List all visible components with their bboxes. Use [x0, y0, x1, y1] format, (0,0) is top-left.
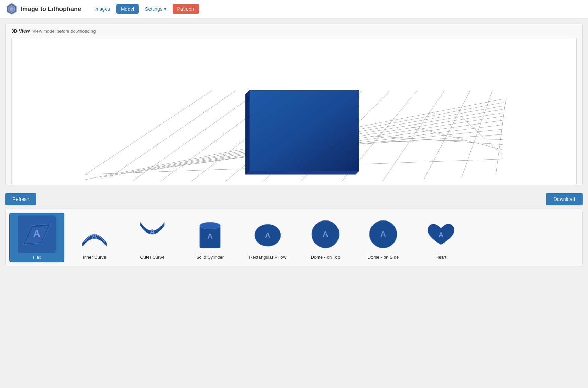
nav-images[interactable]: Images	[89, 4, 115, 14]
shape-dome-on-top[interactable]: A Dome - on Top	[298, 213, 353, 262]
view-title-text: 3D View	[11, 28, 30, 34]
shape-outer-curve-label: Outer Curve	[140, 255, 165, 260]
svg-text:A: A	[92, 232, 97, 240]
shape-dome-on-side-icon: A	[364, 215, 402, 253]
refresh-button[interactable]: Refresh	[5, 193, 36, 205]
navbar: Image to Lithophane Images Model Setting…	[0, 0, 588, 18]
shape-rectangular-pillow[interactable]: A Rectangular Pillow	[240, 213, 295, 262]
nav-links: Images Model Settings ▾ Patreon	[89, 4, 199, 14]
svg-text:A: A	[33, 228, 40, 239]
nav-patreon[interactable]: Patreon	[173, 4, 199, 14]
shape-dome-on-side-label: Dome - on Side	[368, 255, 399, 260]
dropdown-arrow-icon: ▾	[164, 6, 166, 12]
svg-text:A: A	[265, 231, 270, 239]
brand-icon	[5, 3, 18, 15]
view-section: 3D View View model before downloading	[5, 24, 583, 185]
svg-marker-34	[245, 171, 359, 174]
shape-heart[interactable]: A Heart	[413, 213, 468, 262]
shape-outer-curve[interactable]: A Outer Curve	[125, 213, 180, 262]
view-subtitle-text: View model before downloading	[32, 29, 96, 34]
svg-text:A: A	[380, 230, 386, 238]
shape-rectangular-pillow-icon: A	[249, 215, 287, 253]
nav-model[interactable]: Model	[116, 4, 139, 14]
svg-marker-33	[245, 90, 249, 174]
svg-marker-32	[249, 90, 359, 171]
shape-inner-curve[interactable]: A Inner Curve	[67, 213, 122, 262]
svg-text:A: A	[323, 230, 328, 238]
main-content: 3D View View model before downloading	[0, 18, 588, 272]
nav-settings[interactable]: Settings ▾	[140, 4, 171, 14]
shape-dome-on-side[interactable]: A Dome - on Side	[356, 213, 411, 262]
svg-point-45	[200, 222, 220, 229]
shapes-scroll: A Flat A Inner Curve	[9, 213, 579, 262]
svg-text:A: A	[207, 232, 213, 240]
svg-text:A: A	[149, 227, 155, 236]
brand-logo[interactable]: Image to Lithophane	[5, 3, 81, 15]
shape-solid-cylinder[interactable]: A Solid Cylinder	[182, 213, 237, 262]
shape-solid-cylinder-icon: A	[191, 215, 229, 253]
shape-rectangular-pillow-label: Rectangular Pillow	[249, 255, 286, 260]
view-title: 3D View View model before downloading	[11, 28, 577, 34]
shape-solid-cylinder-label: Solid Cylinder	[196, 255, 224, 260]
shape-dome-on-top-icon: A	[307, 215, 344, 253]
bottom-bar: Refresh Download	[5, 190, 583, 209]
svg-text:A: A	[439, 231, 443, 238]
canvas-area[interactable]	[11, 37, 577, 185]
shape-dome-on-top-label: Dome - on Top	[311, 255, 340, 260]
download-button[interactable]: Download	[546, 193, 583, 205]
shape-inner-curve-label: Inner Curve	[83, 255, 106, 260]
shape-flat-label: Flat	[33, 255, 41, 260]
shape-heart-icon: A	[422, 215, 460, 253]
shape-flat-icon: A	[18, 215, 56, 253]
3d-model-svg	[12, 37, 576, 185]
shape-inner-curve-icon: A	[76, 215, 113, 253]
shape-heart-label: Heart	[435, 255, 446, 260]
shape-flat[interactable]: A Flat	[9, 213, 64, 262]
shape-outer-curve-icon: A	[133, 215, 171, 253]
brand-name: Image to Lithophane	[21, 6, 81, 13]
shapes-container[interactable]: A Flat A Inner Curve	[5, 209, 583, 266]
